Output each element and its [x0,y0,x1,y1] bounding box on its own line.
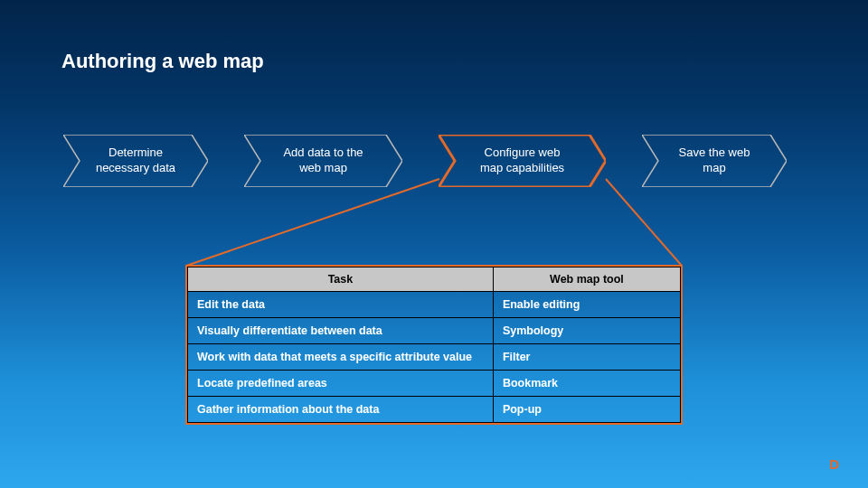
table-row: Work with data that meets a specific att… [188,344,681,371]
table-row: Visually differentiate between data Symb… [188,318,681,344]
task-cell: Work with data that meets a specific att… [188,344,494,371]
process-chevrons: Determinenecessary data Add data to thew… [63,127,805,194]
chevron-step-3-highlighted: Configure webmap capabilities [439,135,606,187]
task-cell: Edit the data [188,292,494,318]
table-row: Edit the data Enable editing [188,292,681,318]
task-cell: Visually differentiate between data [188,318,494,344]
tool-cell: Symbology [493,318,680,344]
chevron-label: Configure webmap capabilities [473,145,571,175]
tool-cell: Bookmark [493,371,680,397]
chevron-step-1: Determinenecessary data [63,135,208,187]
chevron-label: Add data to theweb map [276,145,370,175]
chevron-step-2: Add data to theweb map [244,135,402,187]
task-tool-table: Task Web map tool Edit the data Enable e… [185,265,683,425]
task-cell: Gather information about the data [188,397,494,423]
chevron-label: Save the webmap [672,145,758,175]
table-row: Locate predefined areas Bookmark [188,371,681,397]
chevron-label: Determinenecessary data [89,145,183,175]
table-header-task: Task [188,267,494,292]
tool-cell: Enable editing [493,292,680,318]
table-header-tool: Web map tool [493,267,680,292]
task-cell: Locate predefined areas [188,371,494,397]
tool-cell: Pop-up [493,397,680,423]
table-header-row: Task Web map tool [188,267,681,292]
page-title: Authoring a web map [61,50,264,73]
footer-letter: D [829,456,839,472]
table-row: Gather information about the data Pop-up [188,397,681,423]
tool-cell: Filter [493,344,680,371]
chevron-step-4: Save the webmap [642,135,787,187]
